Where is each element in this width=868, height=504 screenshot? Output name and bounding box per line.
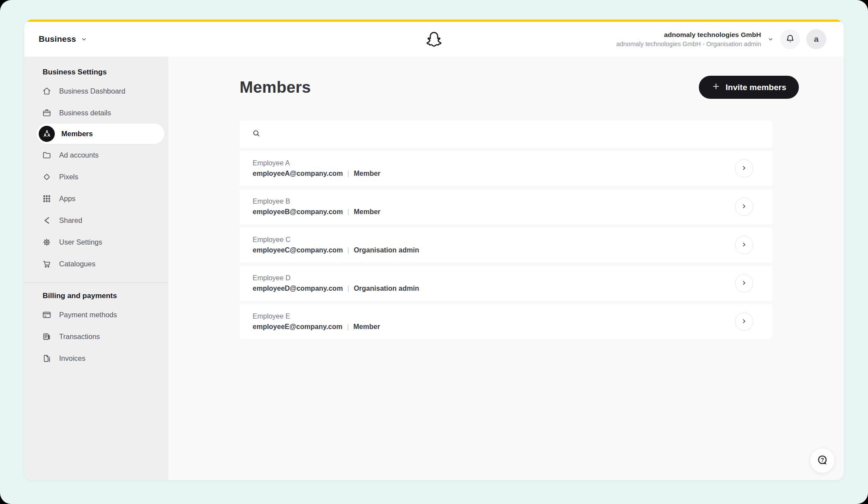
member-email: employeeD@company.com — [253, 285, 343, 292]
sidebar-item-label: User Settings — [59, 238, 102, 246]
avatar[interactable]: a — [806, 29, 826, 49]
sidebar-section: Billing and payments Payment methods Tra… — [24, 282, 168, 369]
member-list: Employee A employeeA@company.com | Membe… — [240, 151, 772, 339]
search-bar — [240, 121, 772, 148]
role-separator: | — [345, 285, 351, 292]
grid-icon — [42, 194, 52, 204]
sidebar-item-label: Apps — [59, 195, 76, 203]
chevron-right-icon — [740, 164, 748, 174]
invite-members-label: Invite members — [726, 83, 786, 92]
sidebar-item-apps[interactable]: Apps — [24, 188, 168, 209]
sidebar-item-label: Business details — [59, 109, 111, 117]
snapchat-ghost-icon — [425, 30, 443, 48]
sidebar-item-shared[interactable]: Shared — [24, 209, 168, 231]
sidebar-section-label: Billing and payments — [43, 292, 117, 300]
credit-card-icon — [42, 310, 52, 320]
member-row[interactable]: Employee B employeeB@company.com | Membe… — [240, 189, 772, 224]
members-icon — [39, 126, 55, 142]
chevron-right-icon — [740, 240, 748, 250]
member-name: Employee E — [253, 312, 380, 321]
search-icon — [251, 128, 261, 140]
member-role: Organisation admin — [354, 285, 419, 292]
sidebar-item-label: Business Dashboard — [59, 87, 125, 95]
chevron-right-icon — [740, 279, 748, 289]
sidebar-item-ad-accounts[interactable]: Ad accounts — [24, 144, 168, 166]
sidebar-item-members[interactable]: Members — [37, 124, 164, 144]
member-name: Employee C — [253, 235, 419, 245]
member-role: Member — [354, 208, 380, 215]
sidebar-section-header[interactable]: Billing and payments — [24, 286, 168, 304]
svg-text:?: ? — [821, 457, 824, 463]
member-name: Employee B — [253, 197, 381, 206]
briefcase-icon — [42, 108, 52, 118]
main-content: Members Invite members Employee A employ… — [168, 57, 844, 480]
sidebar-section-label: Business Settings — [43, 68, 107, 77]
sidebar-item-label: Transactions — [59, 333, 100, 341]
sidebar-item-catalogues[interactable]: Catalogues — [24, 253, 168, 275]
member-details-button[interactable] — [735, 312, 753, 331]
help-button[interactable]: ? — [810, 448, 835, 473]
member-row[interactable]: Employee C employeeC@company.com | Organ… — [240, 228, 772, 262]
gear-icon — [42, 237, 52, 247]
member-role: Organisation admin — [354, 246, 419, 254]
invite-members-button[interactable]: Invite members — [699, 76, 799, 99]
member-role: Member — [354, 323, 380, 330]
account-switcher[interactable]: adnomaly technologies GmbH adnomaly tech… — [616, 30, 761, 48]
member-info: Employee A employeeA@company.com | Membe… — [253, 159, 381, 178]
business-nav-dropdown[interactable]: Business — [39, 34, 87, 44]
sidebar-item-label: Ad accounts — [59, 151, 99, 159]
invoice-icon — [42, 353, 52, 363]
member-details-button[interactable] — [735, 159, 753, 178]
sidebar-item-label: Members — [61, 130, 93, 138]
member-row[interactable]: Employee E employeeE@company.com | Membe… — [240, 304, 772, 339]
role-separator: | — [345, 246, 351, 254]
sidebar-item-label: Shared — [59, 216, 82, 225]
member-info: Employee C employeeC@company.com | Organ… — [253, 235, 419, 255]
topbar-right: adnomaly technologies GmbH adnomaly tech… — [616, 29, 826, 49]
folder-icon — [42, 150, 52, 160]
chevron-down-icon — [80, 36, 87, 43]
sidebar-item-user-settings[interactable]: User Settings — [24, 231, 168, 253]
member-info: Employee D employeeD@company.com | Organ… — [253, 274, 419, 293]
sidebar-item-label: Pixels — [59, 173, 78, 181]
role-separator: | — [345, 323, 351, 330]
sidebar-item-label: Catalogues — [59, 260, 95, 268]
sidebar-item-pixels[interactable]: Pixels — [24, 166, 168, 188]
sidebar-item-transactions[interactable]: Transactions — [24, 326, 168, 347]
chevron-down-icon[interactable] — [767, 36, 774, 43]
chevron-down-icon — [32, 69, 39, 76]
member-details-button[interactable] — [735, 236, 753, 254]
main-header: Members Invite members — [240, 76, 799, 99]
sidebar-item-label: Invoices — [59, 354, 86, 363]
notifications-button[interactable] — [780, 29, 800, 49]
page-title: Members — [240, 78, 311, 97]
share-icon — [42, 215, 52, 225]
member-row[interactable]: Employee D employeeD@company.com | Organ… — [240, 266, 772, 301]
sidebar-section-header[interactable]: Business Settings — [24, 63, 168, 80]
member-row[interactable]: Employee A employeeA@company.com | Membe… — [240, 151, 772, 186]
member-info: Employee E employeeE@company.com | Membe… — [253, 312, 380, 332]
member-info: Employee B employeeB@company.com | Membe… — [253, 197, 381, 217]
member-email: employeeC@company.com — [253, 246, 343, 254]
member-email: employeeA@company.com — [253, 170, 343, 177]
account-subtitle: adnomaly technologies GmbH - Organisatio… — [616, 40, 761, 48]
sidebar-item-label: Payment methods — [59, 311, 117, 319]
chevron-down-icon — [32, 293, 39, 299]
member-details-button[interactable] — [735, 198, 753, 216]
member-email: employeeE@company.com — [253, 323, 342, 330]
account-name: adnomaly technologies GmbH — [616, 30, 761, 39]
role-separator: | — [345, 208, 351, 215]
diamond-icon — [42, 172, 52, 182]
app-window: Business adnomaly technologies GmbH adno… — [24, 20, 844, 480]
sidebar-item-invoices[interactable]: Invoices — [24, 347, 168, 369]
sidebar-item-payment-methods[interactable]: Payment methods — [24, 304, 168, 326]
sidebar-item-business-details[interactable]: Business details — [24, 102, 168, 124]
chevron-right-icon — [740, 317, 748, 327]
sidebar-item-business-dashboard[interactable]: Business Dashboard — [24, 80, 168, 102]
member-name: Employee D — [253, 274, 419, 283]
member-role: Member — [354, 170, 380, 177]
members-panel: Employee A employeeA@company.com | Membe… — [240, 121, 772, 339]
member-details-button[interactable] — [735, 274, 753, 292]
search-input[interactable] — [267, 121, 761, 148]
sidebar-section: Business Settings Business Dashboard Bus… — [24, 63, 168, 275]
